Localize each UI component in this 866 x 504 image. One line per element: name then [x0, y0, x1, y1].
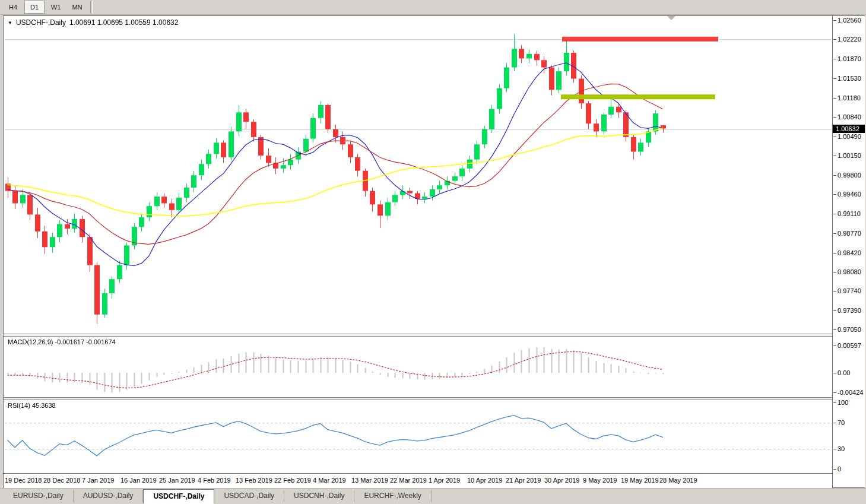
rsi-tick-label: 0	[838, 465, 841, 473]
date-tick-label: 19 Dec 2018	[5, 477, 42, 484]
date-tick-label: 22 Mar 2019	[390, 477, 427, 484]
macd-panel-canvas[interactable]	[5, 337, 832, 397]
trading-terminal: H4D1W1MN ▼ USDCHF-,Daily 1.00691 1.00695…	[0, 0, 866, 504]
price-tick-label: 1.00840	[838, 113, 861, 121]
price-tick-label: 1.01530	[838, 75, 861, 82]
chart-tab-audusd[interactable]: AUDUSD-,Daily	[74, 490, 144, 502]
rsi-tick-label: 70	[838, 419, 845, 426]
timeframe-button-d1[interactable]: D1	[24, 1, 45, 14]
date-tick-label: 25 Jan 2019	[159, 477, 195, 484]
macd-tick-label: -0.00424	[838, 389, 863, 396]
timeframe-button-h4[interactable]: H4	[3, 1, 23, 14]
chart-ohlc-values: 1.00691 1.00695 1.00559 1.00632	[69, 18, 179, 27]
price-tick-label: 0.98420	[838, 249, 861, 256]
date-axis[interactable]: 19 Dec 201828 Dec 20187 Jan 201916 Jan 2…	[4, 473, 832, 488]
date-tick-label: 13 Mar 2019	[351, 477, 388, 484]
macd-tick-label: 0.00	[838, 369, 850, 376]
date-tick-label: 16 Jan 2019	[120, 477, 157, 484]
date-tick-label: 21 Apr 2019	[506, 477, 541, 484]
price-tick-label: 1.02220	[838, 36, 861, 43]
date-tick-label: 28 May 2019	[659, 477, 697, 484]
chart-tabs-bar: EURUSD-,DailyAUDUSD-,DailyUSDCHF-,DailyU…	[0, 489, 866, 504]
date-tick-label: 19 May 2019	[621, 477, 659, 484]
collapse-caret-icon[interactable]: ▼	[8, 20, 12, 26]
timeframe-button-w1[interactable]: W1	[46, 1, 66, 14]
chart-tab-usdchf[interactable]: USDCHF-,Daily	[143, 489, 214, 504]
rsi-tick-label: 100	[838, 399, 848, 406]
chart-tab-usdcad[interactable]: USDCAD-,Daily	[214, 490, 284, 502]
price-tick-label: 1.01180	[838, 94, 861, 102]
date-tick-label: 13 Feb 2019	[236, 477, 272, 484]
price-tick-label: 1.00150	[838, 152, 861, 159]
price-tick-label: 0.98770	[838, 230, 861, 237]
rsi-panel-canvas[interactable]	[5, 400, 832, 473]
chart-tab-eurusd[interactable]: EURUSD-,Daily	[4, 490, 74, 502]
price-chart-canvas[interactable]	[5, 17, 832, 333]
current-price-label: 1.00632	[833, 125, 865, 133]
price-tick-label: 0.97050	[838, 326, 861, 333]
chart-symbol-label: USDCHF-,Daily	[16, 18, 66, 27]
autoscroll-marker-icon[interactable]	[667, 16, 675, 20]
date-tick-label: 1 Apr 2019	[429, 477, 460, 484]
timeframe-button-mn[interactable]: MN	[67, 1, 87, 14]
chart-title: ▼ USDCHF-,Daily 1.00691 1.00695 1.00559 …	[8, 18, 178, 27]
timeframe-toolbar: H4D1W1MN	[0, 0, 866, 15]
chart-tab-eurchf[interactable]: EURCHF-,Weekly	[354, 490, 431, 502]
chart-tab-usdcnh[interactable]: USDCNH-,Daily	[284, 490, 354, 502]
price-tick-label: 0.98080	[838, 268, 861, 275]
date-tick-label: 9 May 2019	[583, 477, 617, 484]
price-tick-label: 0.97740	[838, 287, 861, 294]
macd-indicator-label: MACD(12,26,9) -0.001617 -0.001674	[8, 338, 116, 345]
price-tick-label: 0.99460	[838, 191, 861, 198]
date-tick-label: 22 Feb 2019	[274, 477, 311, 484]
price-tick-label: 0.99800	[838, 172, 861, 179]
price-tick-label: 1.01870	[838, 55, 861, 62]
date-tick-label: 10 Apr 2019	[467, 477, 502, 484]
rsi-indicator-label: RSI(14) 45.3638	[8, 402, 56, 409]
date-tick-label: 4 Feb 2019	[198, 477, 231, 484]
date-tick-label: 30 Apr 2019	[544, 477, 579, 484]
price-tick-label: 1.02560	[838, 17, 861, 24]
price-tick-label: 1.00490	[838, 133, 861, 140]
date-tick-label: 4 Mar 2019	[313, 477, 346, 484]
toolbar-separator	[90, 1, 93, 13]
price-tick-label: 0.97390	[838, 307, 861, 314]
macd-tick-label: 0.00597	[838, 342, 861, 349]
date-tick-label: 7 Jan 2019	[82, 477, 114, 484]
date-tick-label: 28 Dec 2018	[43, 477, 80, 484]
rsi-tick-label: 30	[838, 445, 845, 452]
price-tick-label: 0.99110	[838, 210, 861, 217]
price-axis[interactable]: 1.025601.022201.018701.015301.011801.008…	[832, 16, 865, 487]
